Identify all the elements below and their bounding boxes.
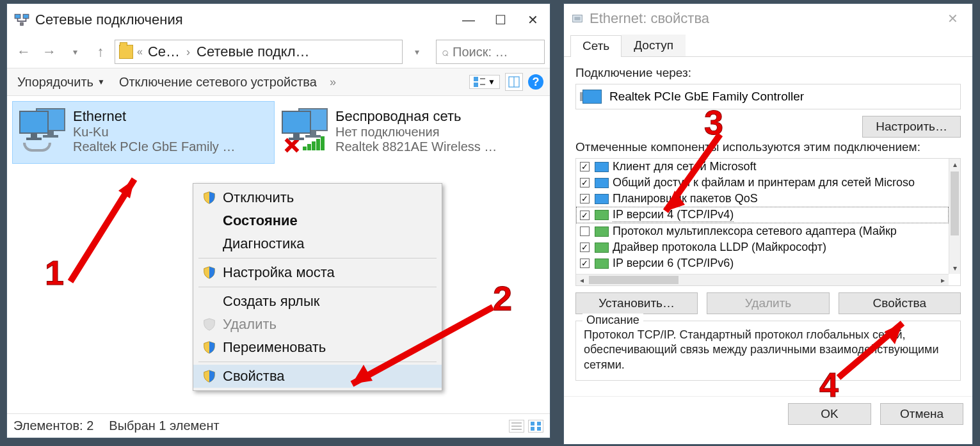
- description-group: Описание Протокол TCP/IP. Стандартный пр…: [575, 321, 961, 381]
- scroll-down-button[interactable]: ▾: [949, 262, 960, 274]
- ctx-shortcut[interactable]: Создать ярлык: [193, 290, 442, 313]
- connection-ethernet[interactable]: Ethernet Ku-Ku Realtek PCIe GbE Family …: [12, 101, 275, 164]
- nic-icon: [570, 12, 584, 26]
- scroll-thumb[interactable]: [951, 171, 959, 235]
- connection-name: Ethernet: [73, 108, 268, 125]
- adapter-icon: [582, 90, 602, 104]
- protocol-icon: [595, 227, 609, 237]
- connect-through-label: Подключение через:: [575, 66, 961, 80]
- close-button[interactable]: ✕: [518, 8, 547, 32]
- connection-adapter: Realtek 8821AE Wireless …: [335, 139, 530, 154]
- component-label: Драйвер протокола LLDP (Майкрософт): [613, 241, 826, 254]
- svg-rect-6: [480, 84, 485, 85]
- checkbox[interactable]: [580, 194, 590, 203]
- nav-back-button[interactable]: ←: [12, 40, 35, 63]
- help-button[interactable]: ?: [528, 74, 543, 90]
- component-item[interactable]: Общий доступ к файлам и принтерам для се…: [576, 175, 949, 191]
- ctx-diagnostics[interactable]: Диагностика: [193, 232, 442, 255]
- connection-adapter: Realtek PCIe GbE Family …: [73, 139, 268, 154]
- address-dropdown-button[interactable]: ▾: [405, 40, 428, 63]
- component-item[interactable]: Планировщик пакетов QoS: [576, 191, 949, 207]
- adapter-field: Realtek PCIe GbE Family Controller: [575, 84, 961, 109]
- status-bar: Элементов: 2 Выбран 1 элемент: [7, 413, 550, 438]
- connection-status: Нет подключения: [335, 125, 530, 139]
- nav-history-button[interactable]: ▾: [63, 40, 86, 63]
- window-title: Сетевые подключения: [35, 12, 451, 28]
- nav-up-button[interactable]: ↑: [89, 40, 112, 63]
- svg-rect-1: [23, 14, 29, 18]
- scroll-left-button[interactable]: ◂: [576, 275, 588, 285]
- titlebar: Сетевые подключения — ☐ ✕: [7, 4, 550, 36]
- component-item[interactable]: IP версии 4 (TCP/IPv4): [576, 207, 949, 223]
- toolbar-more-icon[interactable]: »: [330, 76, 336, 89]
- breadcrumb-seg1[interactable]: Се…: [148, 44, 180, 60]
- tiles-view-button[interactable]: [528, 420, 543, 433]
- ctx-properties[interactable]: Свойства: [193, 365, 442, 388]
- checkbox[interactable]: [580, 243, 590, 252]
- svg-rect-12: [531, 422, 534, 426]
- view-mode-button[interactable]: ▼: [469, 75, 500, 89]
- search-box[interactable]: ⌕ Поиск: …: [436, 40, 545, 64]
- properties-button[interactable]: Свойства: [839, 292, 961, 314]
- svg-rect-0: [15, 14, 20, 18]
- tab-bar: Сеть Доступ: [564, 35, 972, 57]
- horizontal-scrollbar[interactable]: ◂ ▸: [576, 274, 949, 285]
- preview-pane-button[interactable]: [505, 73, 523, 91]
- minimize-button[interactable]: —: [454, 8, 483, 32]
- component-item[interactable]: Клиент для сетей Microsoft: [576, 159, 949, 175]
- ctx-separator: [198, 258, 437, 259]
- search-icon: ⌕: [442, 45, 449, 59]
- close-button[interactable]: ✕: [938, 6, 967, 31]
- connection-wireless[interactable]: Беспроводная сеть Нет подключения Realte…: [275, 101, 537, 164]
- tab-access[interactable]: Доступ: [622, 35, 686, 56]
- component-item[interactable]: Протокол мультиплексора сетевого адаптер…: [576, 223, 949, 239]
- maximize-button[interactable]: ☐: [486, 8, 515, 32]
- remove-button: Удалить: [707, 292, 829, 314]
- folder-icon: [119, 45, 133, 59]
- install-button[interactable]: Установить…: [575, 292, 698, 314]
- ok-button[interactable]: OK: [788, 403, 871, 425]
- svg-rect-2: [20, 22, 23, 25]
- tab-network[interactable]: Сеть: [570, 35, 622, 57]
- component-label: IP версии 4 (TCP/IPv4): [613, 208, 734, 222]
- svg-rect-5: [474, 83, 478, 87]
- checkbox[interactable]: [580, 211, 590, 220]
- description-text: Протокол TCP/IP. Стандартный протокол гл…: [584, 328, 952, 372]
- svg-rect-4: [480, 78, 485, 79]
- checkbox[interactable]: [580, 178, 590, 187]
- scroll-right-button[interactable]: ▸: [937, 275, 949, 285]
- ctx-separator: [198, 362, 437, 362]
- checkbox[interactable]: [580, 227, 590, 236]
- ctx-bridge[interactable]: Настройка моста: [193, 261, 442, 284]
- protocol-icon: [595, 210, 609, 220]
- scroll-up-button[interactable]: ▴: [949, 159, 960, 170]
- component-label: Планировщик пакетов QoS: [613, 192, 758, 205]
- ctx-status[interactable]: Состояние: [193, 209, 442, 232]
- component-item[interactable]: IP версии 6 (TCP/IPv6): [576, 255, 949, 271]
- protocol-icon: [595, 259, 609, 269]
- components-list: Клиент для сетей MicrosoftОбщий доступ к…: [575, 158, 961, 286]
- protocol-icon: [595, 243, 609, 253]
- status-selected-count: Выбран 1 элемент: [109, 418, 219, 433]
- component-item[interactable]: Драйвер протокола LLDP (Майкрософт): [576, 239, 949, 255]
- ethernet-properties-window: Ethernet: свойства ✕ Сеть Доступ Подключ…: [563, 3, 973, 445]
- network-connections-window: Сетевые подключения — ☐ ✕ ← → ▾ ↑ « Се… …: [6, 3, 550, 438]
- svg-rect-15: [537, 427, 541, 431]
- address-bar[interactable]: « Се… › Сетевые подкл…: [115, 40, 403, 64]
- ctx-separator: [198, 287, 437, 287]
- vertical-scrollbar[interactable]: ▴ ▾: [949, 159, 960, 274]
- details-view-button[interactable]: [509, 420, 524, 433]
- checkbox[interactable]: [580, 259, 590, 268]
- configure-button[interactable]: Настроить…: [862, 116, 961, 138]
- disable-device-button[interactable]: Отключение сетевого устройства: [115, 74, 321, 91]
- cancel-button[interactable]: Отмена: [880, 403, 963, 425]
- nav-forward-button[interactable]: →: [38, 40, 61, 63]
- breadcrumb-seg2[interactable]: Сетевые подкл…: [197, 44, 310, 60]
- ctx-disable[interactable]: Отключить: [193, 186, 442, 209]
- component-label: Клиент для сетей Microsoft: [613, 160, 757, 173]
- component-label: Протокол мультиплексора сетевого адаптер…: [613, 225, 897, 238]
- ctx-rename[interactable]: Переименовать: [193, 336, 442, 359]
- checkbox[interactable]: [580, 162, 590, 171]
- scroll-thumb[interactable]: [589, 276, 679, 284]
- organize-button[interactable]: Упорядочить▼: [13, 74, 109, 91]
